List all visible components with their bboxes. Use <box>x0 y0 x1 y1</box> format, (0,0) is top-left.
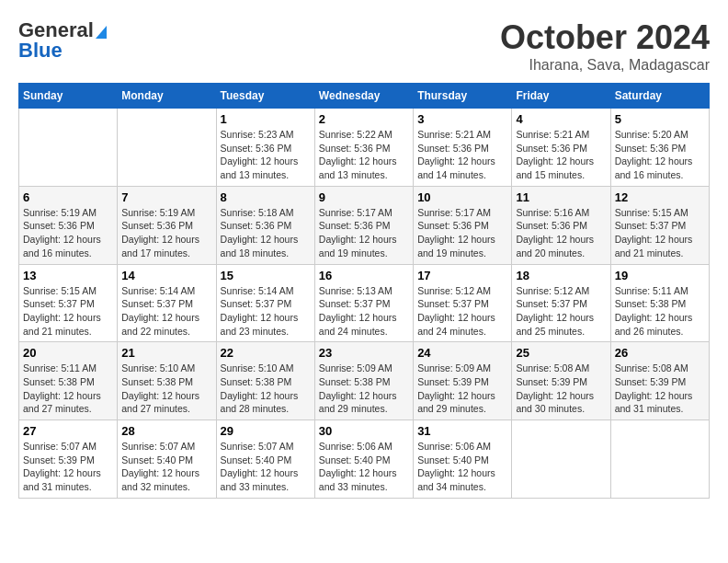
weekday-header: Sunday <box>19 84 118 109</box>
calendar-cell: 1Sunrise: 5:23 AM Sunset: 5:36 PM Daylig… <box>216 109 314 187</box>
calendar-cell: 26Sunrise: 5:08 AM Sunset: 5:39 PM Dayli… <box>610 342 709 420</box>
day-info: Sunrise: 5:19 AM Sunset: 5:36 PM Dayligh… <box>121 206 211 260</box>
calendar-cell <box>610 420 709 499</box>
day-info: Sunrise: 5:14 AM Sunset: 5:37 PM Dayligh… <box>121 284 211 339</box>
calendar-cell: 10Sunrise: 5:17 AM Sunset: 5:36 PM Dayli… <box>414 186 512 264</box>
day-number: 31 <box>417 424 507 438</box>
day-number: 16 <box>319 269 409 282</box>
weekday-header: Friday <box>512 84 610 109</box>
calendar-cell: 24Sunrise: 5:09 AM Sunset: 5:39 PM Dayli… <box>414 342 512 420</box>
day-info: Sunrise: 5:08 AM Sunset: 5:39 PM Dayligh… <box>615 362 705 416</box>
header: General Blue October 2024 Iharana, Sava,… <box>18 18 710 74</box>
day-info: Sunrise: 5:09 AM Sunset: 5:38 PM Dayligh… <box>319 362 409 416</box>
day-info: Sunrise: 5:06 AM Sunset: 5:40 PM Dayligh… <box>417 440 507 494</box>
day-info: Sunrise: 5:09 AM Sunset: 5:39 PM Dayligh… <box>417 362 507 416</box>
logo-blue: Blue <box>18 39 63 63</box>
day-info: Sunrise: 5:22 AM Sunset: 5:36 PM Dayligh… <box>319 128 409 182</box>
day-number: 2 <box>319 112 409 126</box>
calendar-cell: 2Sunrise: 5:22 AM Sunset: 5:36 PM Daylig… <box>314 109 413 187</box>
calendar-cell: 18Sunrise: 5:12 AM Sunset: 5:37 PM Dayli… <box>512 264 610 342</box>
day-number: 7 <box>121 190 211 204</box>
day-number: 29 <box>221 424 311 438</box>
day-info: Sunrise: 5:14 AM Sunset: 5:37 PM Dayligh… <box>221 284 311 339</box>
day-info: Sunrise: 5:10 AM Sunset: 5:38 PM Dayligh… <box>221 362 311 416</box>
calendar-cell <box>512 420 610 499</box>
day-info: Sunrise: 5:18 AM Sunset: 5:36 PM Dayligh… <box>221 206 311 260</box>
calendar-cell: 11Sunrise: 5:16 AM Sunset: 5:36 PM Dayli… <box>512 186 610 264</box>
calendar-cell: 8Sunrise: 5:18 AM Sunset: 5:36 PM Daylig… <box>216 186 314 264</box>
day-info: Sunrise: 5:06 AM Sunset: 5:40 PM Dayligh… <box>319 440 409 494</box>
day-number: 19 <box>615 269 705 282</box>
day-number: 22 <box>221 346 311 360</box>
weekday-header: Thursday <box>414 84 512 109</box>
day-number: 10 <box>417 190 507 204</box>
day-info: Sunrise: 5:20 AM Sunset: 5:36 PM Dayligh… <box>615 128 705 182</box>
calendar-cell: 9Sunrise: 5:17 AM Sunset: 5:36 PM Daylig… <box>314 186 413 264</box>
day-number: 5 <box>615 112 705 126</box>
calendar-cell: 12Sunrise: 5:15 AM Sunset: 5:37 PM Dayli… <box>610 186 709 264</box>
day-info: Sunrise: 5:12 AM Sunset: 5:37 PM Dayligh… <box>417 284 507 339</box>
weekday-header: Saturday <box>610 84 709 109</box>
calendar-week-row: 20Sunrise: 5:11 AM Sunset: 5:38 PM Dayli… <box>19 342 710 420</box>
logo: General Blue <box>18 18 107 63</box>
calendar-cell: 28Sunrise: 5:07 AM Sunset: 5:40 PM Dayli… <box>118 420 216 499</box>
day-info: Sunrise: 5:16 AM Sunset: 5:36 PM Dayligh… <box>516 206 606 260</box>
day-info: Sunrise: 5:07 AM Sunset: 5:40 PM Dayligh… <box>221 440 311 494</box>
calendar-cell: 15Sunrise: 5:14 AM Sunset: 5:37 PM Dayli… <box>216 264 314 342</box>
day-info: Sunrise: 5:13 AM Sunset: 5:37 PM Dayligh… <box>319 284 409 339</box>
day-number: 18 <box>516 269 606 282</box>
calendar-cell: 7Sunrise: 5:19 AM Sunset: 5:36 PM Daylig… <box>118 186 216 264</box>
calendar-cell: 20Sunrise: 5:11 AM Sunset: 5:38 PM Dayli… <box>19 342 118 420</box>
day-info: Sunrise: 5:17 AM Sunset: 5:36 PM Dayligh… <box>417 206 507 260</box>
day-number: 27 <box>23 424 113 438</box>
calendar-week-row: 27Sunrise: 5:07 AM Sunset: 5:39 PM Dayli… <box>19 420 710 499</box>
day-number: 12 <box>615 190 705 204</box>
day-info: Sunrise: 5:15 AM Sunset: 5:37 PM Dayligh… <box>615 206 705 260</box>
weekday-header: Tuesday <box>216 84 314 109</box>
day-info: Sunrise: 5:07 AM Sunset: 5:39 PM Dayligh… <box>23 440 113 494</box>
calendar-cell <box>118 109 216 187</box>
day-number: 21 <box>121 346 211 360</box>
day-number: 28 <box>121 424 211 438</box>
day-number: 4 <box>516 112 606 126</box>
calendar-cell: 23Sunrise: 5:09 AM Sunset: 5:38 PM Dayli… <box>314 342 413 420</box>
day-info: Sunrise: 5:10 AM Sunset: 5:38 PM Dayligh… <box>121 362 211 416</box>
day-info: Sunrise: 5:15 AM Sunset: 5:37 PM Dayligh… <box>23 284 113 339</box>
day-number: 13 <box>23 269 113 282</box>
calendar-cell: 14Sunrise: 5:14 AM Sunset: 5:37 PM Dayli… <box>118 264 216 342</box>
day-number: 26 <box>615 346 705 360</box>
calendar-cell <box>19 109 118 187</box>
title-section: October 2024 Iharana, Sava, Madagascar <box>500 18 710 74</box>
day-number: 6 <box>23 190 113 204</box>
calendar-cell: 30Sunrise: 5:06 AM Sunset: 5:40 PM Dayli… <box>314 420 413 499</box>
calendar-cell: 17Sunrise: 5:12 AM Sunset: 5:37 PM Dayli… <box>414 264 512 342</box>
day-info: Sunrise: 5:19 AM Sunset: 5:36 PM Dayligh… <box>23 206 113 260</box>
calendar-cell: 6Sunrise: 5:19 AM Sunset: 5:36 PM Daylig… <box>19 186 118 264</box>
day-info: Sunrise: 5:11 AM Sunset: 5:38 PM Dayligh… <box>23 362 113 416</box>
calendar-cell: 13Sunrise: 5:15 AM Sunset: 5:37 PM Dayli… <box>19 264 118 342</box>
day-number: 30 <box>319 424 409 438</box>
day-number: 9 <box>319 190 409 204</box>
calendar-cell: 3Sunrise: 5:21 AM Sunset: 5:36 PM Daylig… <box>414 109 512 187</box>
day-number: 24 <box>417 346 507 360</box>
day-number: 11 <box>516 190 606 204</box>
weekday-header: Monday <box>118 84 216 109</box>
calendar-cell: 4Sunrise: 5:21 AM Sunset: 5:36 PM Daylig… <box>512 109 610 187</box>
calendar-cell: 31Sunrise: 5:06 AM Sunset: 5:40 PM Dayli… <box>414 420 512 499</box>
calendar-week-row: 6Sunrise: 5:19 AM Sunset: 5:36 PM Daylig… <box>19 186 710 264</box>
month-title: October 2024 <box>500 18 710 57</box>
day-number: 14 <box>121 269 211 282</box>
day-info: Sunrise: 5:23 AM Sunset: 5:36 PM Dayligh… <box>221 128 311 182</box>
day-number: 15 <box>221 269 311 282</box>
calendar-table: SundayMondayTuesdayWednesdayThursdayFrid… <box>18 83 710 499</box>
calendar-week-row: 13Sunrise: 5:15 AM Sunset: 5:37 PM Dayli… <box>19 264 710 342</box>
calendar-cell: 21Sunrise: 5:10 AM Sunset: 5:38 PM Dayli… <box>118 342 216 420</box>
calendar-week-row: 1Sunrise: 5:23 AM Sunset: 5:36 PM Daylig… <box>19 109 710 187</box>
day-info: Sunrise: 5:21 AM Sunset: 5:36 PM Dayligh… <box>516 128 606 182</box>
calendar-cell: 5Sunrise: 5:20 AM Sunset: 5:36 PM Daylig… <box>610 109 709 187</box>
day-number: 20 <box>23 346 113 360</box>
weekday-header: Wednesday <box>314 84 413 109</box>
day-info: Sunrise: 5:11 AM Sunset: 5:38 PM Dayligh… <box>615 284 705 339</box>
day-number: 1 <box>221 112 311 126</box>
day-info: Sunrise: 5:08 AM Sunset: 5:39 PM Dayligh… <box>516 362 606 416</box>
